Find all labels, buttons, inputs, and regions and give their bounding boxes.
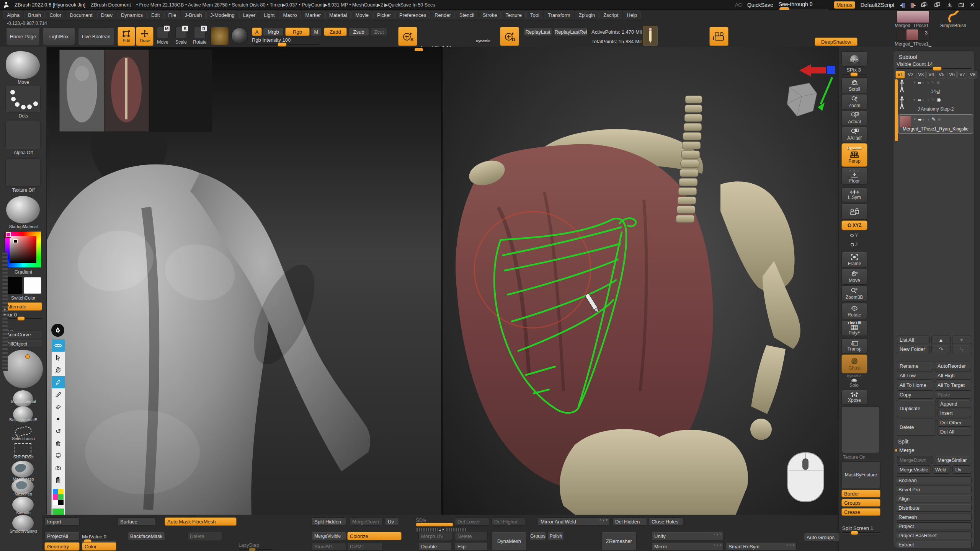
scale-mode-button[interactable]: S Scale xyxy=(173,27,189,47)
menu-transform[interactable]: Transform xyxy=(544,11,574,19)
move-down-button[interactable]: ▼ xyxy=(952,336,971,344)
shade-icon[interactable]: ◐ xyxy=(922,98,925,102)
easel-tool[interactable] xyxy=(52,450,65,462)
zcut-button[interactable]: Zcut xyxy=(371,28,387,36)
dynamesh-groups-button[interactable]: Groups xyxy=(529,532,546,540)
del-hidden-button[interactable]: Del Hidden xyxy=(612,517,647,526)
split-screen-slider-right[interactable]: Split Screen 1 xyxy=(842,526,880,534)
light-placement-dot[interactable] xyxy=(25,354,30,359)
remesh-button[interactable]: Remesh xyxy=(896,513,972,521)
zoom3d-button[interactable]: Zoom3D xyxy=(841,285,867,302)
cascade-windows-icon[interactable] xyxy=(921,2,928,8)
replay-last-button[interactable]: ReplayLast xyxy=(524,28,552,36)
stroke-picker-button[interactable]: S xyxy=(398,27,417,46)
shade-icon[interactable]: ◐ xyxy=(923,117,925,122)
menu-brush[interactable]: Brush xyxy=(24,11,45,19)
copy-subtool-button[interactable]: Copy xyxy=(897,390,933,399)
dynamesh-polish-button[interactable]: Polish xyxy=(548,532,564,540)
replay-last-rel-button[interactable]: ReplayLastRel xyxy=(554,28,588,36)
home-page-button[interactable]: Home Page xyxy=(6,28,40,45)
panel-divider[interactable]: ▶ ▶ xyxy=(2,253,8,371)
lsym-button[interactable]: L.Sym xyxy=(841,187,867,202)
select-rect-thumbnail[interactable] xyxy=(15,443,31,456)
bpr-button[interactable]: BPR xyxy=(841,51,867,67)
boolean-button[interactable]: Boolean xyxy=(896,476,972,484)
tray-divider-right-icon[interactable]: ||||▸ xyxy=(910,2,916,8)
lazystep-slider[interactable]: LazyStep xyxy=(238,543,273,551)
split-hidden-button[interactable]: Split Hidden xyxy=(312,517,346,526)
new-folder-button[interactable]: New Folder xyxy=(897,345,930,353)
eraser-tool[interactable] xyxy=(52,401,65,413)
floor-button[interactable]: x y z Floor xyxy=(841,168,867,184)
all-to-home-button[interactable]: All To Home xyxy=(897,381,933,389)
current-brush-thumbnail[interactable] xyxy=(6,51,40,79)
all-low-button[interactable]: All Low xyxy=(897,371,933,380)
close-holes-button[interactable]: Close Holes xyxy=(649,517,683,526)
xyz-mini-label[interactable]: x y z xyxy=(787,543,795,546)
transp-button[interactable]: Transp xyxy=(841,338,867,354)
delete-annotation-tool[interactable] xyxy=(52,437,65,450)
tab-v8[interactable]: V8 xyxy=(968,71,977,78)
visibility-eye-icon[interactable]: ◉ xyxy=(936,97,941,103)
tab-v2[interactable]: V2 xyxy=(906,71,915,78)
tab-v5[interactable]: V5 xyxy=(937,71,946,78)
double-button[interactable]: Double xyxy=(418,542,451,551)
align-button[interactable]: Align xyxy=(896,495,972,502)
tool-thumbnail-2[interactable]: 3 xyxy=(897,29,929,41)
restore-icon[interactable] xyxy=(958,2,964,8)
all-high-button[interactable]: All High xyxy=(935,371,971,380)
groups-crease-button[interactable]: Groups xyxy=(841,499,880,507)
current-alpha-thumbnail[interactable] xyxy=(211,27,229,45)
rgb-button[interactable]: Rgb xyxy=(285,28,310,36)
split-section-header[interactable]: Split xyxy=(898,439,908,445)
cascade-windows2-icon[interactable] xyxy=(934,2,941,8)
gravity-direction-widget[interactable] xyxy=(643,26,658,46)
project-basrelief-button[interactable]: Project BasRelief xyxy=(896,531,972,539)
undo-tool[interactable]: ↺ xyxy=(52,425,65,437)
extract-button[interactable]: Extract xyxy=(896,541,972,548)
delete-layer-button[interactable]: Delete xyxy=(187,532,222,540)
polypaint-arrow-icon[interactable]: ▾ xyxy=(913,80,916,85)
surface-button[interactable]: Surface xyxy=(118,517,156,526)
menu-layer[interactable]: Layer xyxy=(239,11,260,19)
camera-lock-button[interactable]: L xyxy=(841,204,867,220)
deep-shadow-button[interactable]: DeepShadow xyxy=(815,37,858,46)
visibility-pair-icon[interactable]: ●● xyxy=(918,98,920,102)
secondary-color-swatch[interactable] xyxy=(24,277,41,294)
append-button[interactable]: Append xyxy=(938,400,971,408)
paste-subtool-button[interactable]: Paste xyxy=(935,390,971,399)
visibility-pair-icon[interactable]: ●● xyxy=(918,80,920,85)
alternate-button[interactable]: Alternate xyxy=(4,302,42,311)
del-all-button[interactable]: Del All xyxy=(938,428,971,436)
merge-similar-button[interactable]: MergeSimilar xyxy=(935,456,971,464)
solo-button[interactable]: Dynamic Solo xyxy=(841,374,867,388)
project-all-button[interactable]: ProjectAll xyxy=(44,532,80,540)
tab-v3[interactable]: V3 xyxy=(916,71,926,78)
color-picker[interactable] xyxy=(5,231,41,268)
menu-file[interactable]: File xyxy=(164,11,180,19)
simple-brush-icon[interactable] xyxy=(946,10,960,23)
live-boolean-button[interactable]: Live Boolean xyxy=(78,28,114,45)
subtool-item-folder2[interactable]: ▾ ●● ◐ ◑ ✎ ◉ J Anatomy Step-2 xyxy=(899,96,972,113)
halfshade-icon[interactable]: ◑ xyxy=(926,80,929,85)
visibility-eye-icon[interactable]: ◉ xyxy=(936,80,940,85)
import-button[interactable]: Import xyxy=(44,517,80,526)
menu-light[interactable]: Light xyxy=(260,11,278,19)
menu-zscript[interactable]: Zscript xyxy=(599,11,622,19)
weld-button[interactable]: Weld xyxy=(933,465,951,474)
subtool-title[interactable]: Subtool xyxy=(899,54,917,60)
xyz-mini-label[interactable]: x y z xyxy=(600,518,608,522)
menu-marker[interactable]: Marker xyxy=(302,11,325,19)
color-section-button[interactable]: Color xyxy=(82,542,116,551)
fill-object-button[interactable]: FillObject xyxy=(4,340,42,347)
quicksave-button[interactable]: QuickSave xyxy=(747,2,773,8)
delete-2-button[interactable]: Delete xyxy=(455,532,488,540)
polyframe-button[interactable]: Line Fill PolyF xyxy=(841,321,867,336)
move-3d-button[interactable]: Move xyxy=(841,269,867,285)
record-timeline-button[interactable] xyxy=(709,27,728,46)
merge-section-header[interactable]: Merge xyxy=(895,447,915,453)
bevel-pro-button[interactable]: Bevel Pro xyxy=(896,486,972,493)
mirror-and-weld-button[interactable]: Mirror And Weldx y z xyxy=(538,517,610,526)
color-a-button[interactable]: A xyxy=(252,28,262,36)
minimize-icon[interactable] xyxy=(947,2,953,8)
